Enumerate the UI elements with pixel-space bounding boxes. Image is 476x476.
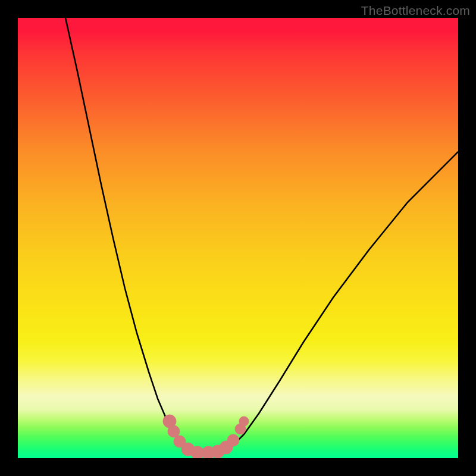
plot-area — [18, 18, 458, 458]
valley-marker — [220, 441, 233, 454]
valley-marker — [181, 443, 195, 456]
valley-marker — [211, 445, 224, 458]
watermark-text: TheBottleneck.com — [361, 4, 470, 18]
valley-marker — [235, 424, 246, 434]
valley-marker — [239, 416, 249, 426]
valley-marker — [227, 434, 239, 446]
valley-marker — [174, 436, 186, 447]
chart-frame: TheBottleneck.com — [0, 0, 476, 476]
curve-layer — [18, 18, 458, 458]
valley-marker — [168, 425, 180, 437]
valley-marker — [163, 415, 176, 428]
valley-marker — [202, 446, 215, 458]
valley-marker — [191, 446, 204, 458]
curve-valley-floor — [193, 451, 223, 453]
curve-right-branch — [223, 152, 458, 451]
valley-markers — [163, 415, 249, 458]
curve-left-branch — [65, 18, 193, 451]
